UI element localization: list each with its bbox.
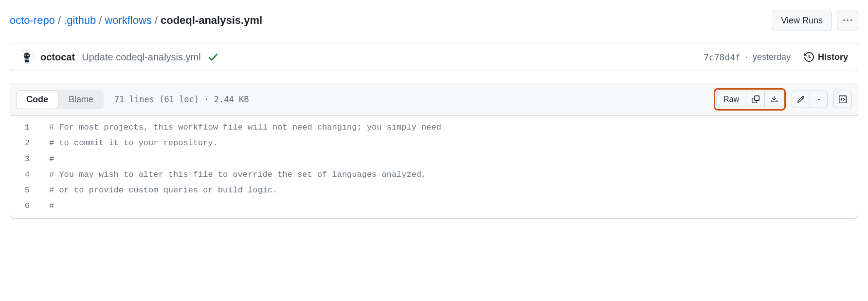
raw-button[interactable]: Raw	[716, 91, 746, 108]
line-content: #	[49, 198, 858, 214]
edit-button[interactable]	[792, 91, 810, 108]
code-line: 3#	[10, 151, 858, 167]
edit-dropdown-button[interactable]	[810, 91, 828, 108]
breadcrumb-sep: /	[155, 14, 158, 27]
status-check-icon[interactable]	[208, 52, 218, 62]
kebab-icon	[843, 16, 852, 25]
breadcrumb-sep: /	[99, 14, 102, 27]
pencil-icon	[797, 95, 805, 103]
copy-button[interactable]	[746, 91, 765, 108]
code-line: 1# For most projects, this workflow file…	[10, 120, 858, 135]
line-number[interactable]: 5	[10, 183, 49, 198]
line-content: # You may wish to alter this file to ove…	[49, 167, 858, 183]
file-view-box: Code Blame 71 lines (61 loc) · 2.44 KB R…	[10, 83, 858, 219]
line-content: #	[49, 151, 858, 167]
commit-author[interactable]: octocat	[40, 52, 75, 63]
breadcrumb-link-repo[interactable]: octo-repo	[10, 14, 55, 27]
commit-hash[interactable]: 7c78d4f	[704, 52, 741, 62]
code-line: 2# to commit it to your repository.	[10, 135, 858, 151]
download-button[interactable]	[765, 91, 783, 108]
code-line: 5# or to provide custom queries or build…	[10, 183, 858, 198]
file-toolbar: Code Blame 71 lines (61 loc) · 2.44 KB R…	[10, 83, 858, 116]
code-line: 4# You may wish to alter this file to ov…	[10, 167, 858, 183]
separator-dot: ·	[745, 52, 748, 62]
triangle-down-icon	[816, 97, 821, 102]
symbols-button[interactable]	[833, 91, 852, 108]
breadcrumb-link-github[interactable]: .github	[64, 14, 96, 27]
line-content: # For most projects, this workflow file …	[49, 120, 858, 135]
file-info-text: 71 lines (61 loc) · 2.44 KB	[114, 94, 249, 104]
file-header: octo-repo / .github / workflows / codeql…	[10, 10, 858, 31]
line-number[interactable]: 4	[10, 167, 49, 183]
view-mode-tabs: Code Blame	[16, 90, 104, 109]
avatar[interactable]	[20, 50, 34, 64]
breadcrumb: octo-repo / .github / workflows / codeql…	[10, 14, 262, 27]
breadcrumb-sep: /	[58, 14, 61, 27]
svg-rect-7	[25, 59, 29, 60]
code-square-icon	[839, 95, 847, 103]
svg-point-5	[28, 55, 28, 56]
line-content: # or to provide custom queries or build …	[49, 183, 858, 198]
copy-icon	[752, 95, 760, 103]
svg-point-1	[24, 53, 30, 59]
code-content: 1# For most projects, this workflow file…	[10, 116, 858, 218]
line-number[interactable]: 3	[10, 151, 49, 167]
breadcrumb-link-workflows[interactable]: workflows	[105, 14, 152, 27]
svg-point-4	[25, 55, 26, 56]
history-link[interactable]: History	[804, 52, 848, 62]
commit-time: yesterday	[753, 52, 791, 62]
code-line: 6#	[10, 198, 858, 214]
raw-button-highlight: Raw	[714, 88, 786, 111]
tab-blame[interactable]: Blame	[58, 90, 104, 109]
history-icon	[804, 52, 814, 62]
history-label: History	[818, 52, 848, 62]
breadcrumb-current: codeql-analysis.yml	[161, 14, 262, 27]
commit-message[interactable]: Update codeql-analysis.yml	[82, 52, 201, 63]
line-content: # to commit it to your repository.	[49, 135, 858, 151]
tab-code[interactable]: Code	[16, 90, 58, 109]
latest-commit-box: octocat Update codeql-analysis.yml 7c78d…	[10, 43, 858, 71]
line-number[interactable]: 1	[10, 120, 49, 135]
line-number[interactable]: 2	[10, 135, 49, 151]
more-options-button[interactable]	[837, 10, 858, 31]
line-number[interactable]: 6	[10, 198, 49, 214]
view-runs-button[interactable]: View Runs	[772, 10, 832, 31]
download-icon	[770, 95, 778, 103]
